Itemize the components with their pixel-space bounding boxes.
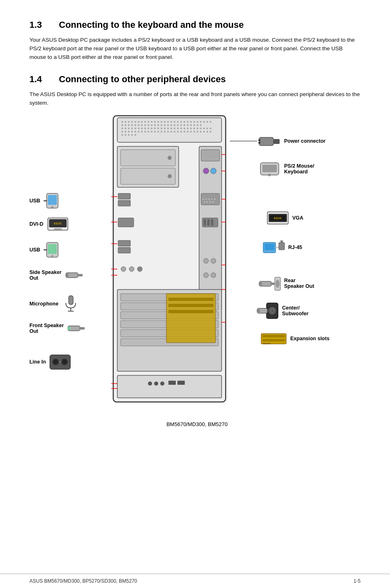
svg-rect-3 [125, 121, 126, 123]
svg-point-239 [67, 327, 71, 330]
dvi-d-icon: ASUS [47, 216, 69, 232]
center-sub-icon [256, 302, 279, 320]
svg-rect-98 [170, 131, 172, 132]
dvi-d-label: DVI-D [29, 221, 43, 227]
ps2-icon [258, 161, 281, 177]
svg-rect-90 [144, 131, 146, 132]
svg-rect-36 [141, 124, 143, 126]
svg-rect-72 [177, 128, 179, 129]
svg-rect-16 [167, 121, 169, 123]
pc-tower-svg [109, 114, 230, 406]
svg-point-227 [52, 255, 53, 257]
svg-rect-44 [167, 124, 169, 126]
svg-rect-224 [54, 228, 62, 230]
usb-mid-label: USB [29, 247, 40, 253]
svg-point-132 [207, 201, 208, 202]
svg-rect-47 [177, 124, 179, 126]
svg-rect-122 [201, 150, 220, 161]
svg-rect-231 [77, 274, 83, 276]
svg-rect-2 [121, 121, 123, 123]
svg-rect-57 [128, 128, 130, 129]
svg-rect-99 [174, 131, 175, 132]
svg-point-203 [259, 282, 262, 285]
svg-rect-104 [190, 131, 192, 132]
footer: ASUS BM5670/MD300, BP5270/SD300, BM5270 … [0, 574, 390, 588]
svg-rect-29 [210, 121, 211, 123]
svg-rect-71 [174, 128, 175, 129]
side-speaker-group: Side Speaker Out [29, 267, 83, 283]
svg-point-243 [54, 360, 58, 364]
svg-point-219 [52, 206, 53, 208]
svg-rect-42 [161, 124, 162, 126]
svg-rect-159 [168, 298, 213, 301]
footer-left: ASUS BM5670/MD300, BP5270/SD300, BM5270 [29, 578, 137, 584]
section-1-3-heading: 1.3 Connecting to the keyboard and the m… [29, 20, 361, 30]
svg-rect-25 [197, 121, 198, 123]
svg-rect-53 [197, 124, 198, 126]
svg-rect-117 [121, 150, 175, 166]
microphone-group: Microphone [29, 295, 80, 313]
svg-rect-142 [118, 240, 130, 246]
svg-rect-167 [177, 381, 185, 385]
svg-rect-23 [190, 121, 192, 123]
svg-rect-58 [131, 128, 133, 129]
svg-rect-11 [151, 121, 152, 123]
svg-rect-10 [148, 121, 149, 123]
svg-rect-18 [174, 121, 175, 123]
power-connector-group: Power connector [258, 134, 325, 148]
svg-rect-1 [117, 118, 222, 142]
center-sub-label: Center/ Subwoofer [282, 305, 309, 316]
svg-rect-185 [258, 142, 260, 144]
svg-point-127 [206, 198, 207, 200]
svg-rect-88 [138, 131, 139, 132]
svg-rect-68 [164, 128, 166, 129]
svg-rect-87 [134, 131, 136, 132]
svg-rect-20 [180, 121, 182, 123]
svg-rect-112 [125, 134, 126, 136]
expansion-label: Expansion slots [290, 336, 329, 341]
line-in-label: Line In [29, 359, 46, 365]
microphone-label: Microphone [29, 301, 58, 307]
svg-rect-214 [262, 335, 285, 337]
svg-rect-28 [206, 121, 208, 123]
rj45-icon [262, 240, 285, 255]
svg-rect-5 [131, 121, 133, 123]
svg-rect-115 [134, 134, 136, 136]
svg-rect-141 [118, 218, 134, 227]
svg-point-124 [211, 168, 216, 174]
svg-rect-102 [184, 131, 185, 132]
svg-rect-139 [118, 193, 130, 199]
svg-point-190 [268, 174, 271, 176]
line-in-icon [49, 353, 72, 371]
svg-point-123 [203, 168, 209, 174]
power-connector-icon [258, 134, 281, 148]
svg-rect-66 [157, 128, 159, 129]
svg-rect-34 [134, 124, 136, 126]
svg-rect-240 [79, 327, 85, 330]
section-1-3-title: Connecting to the keyboard and the mouse [59, 20, 244, 30]
svg-rect-46 [174, 124, 175, 126]
svg-rect-166 [168, 381, 176, 385]
section-1-4-title: Connecting to other peripheral devices [59, 74, 226, 85]
svg-rect-80 [203, 128, 205, 129]
svg-rect-108 [203, 131, 205, 132]
svg-point-145 [129, 267, 134, 272]
rear-speaker-group: Rear Speaker Out [258, 275, 314, 292]
svg-rect-8 [141, 121, 143, 123]
svg-rect-24 [193, 121, 195, 123]
svg-rect-138 [211, 219, 213, 226]
svg-rect-82 [210, 128, 211, 129]
svg-rect-79 [200, 128, 202, 129]
section-1-4-number: 1.4 [29, 74, 46, 85]
svg-rect-110 [210, 131, 211, 132]
svg-rect-12 [154, 121, 156, 123]
svg-point-149 [204, 273, 208, 278]
svg-rect-101 [180, 131, 182, 132]
svg-rect-7 [138, 121, 139, 123]
svg-rect-45 [170, 124, 172, 126]
svg-rect-226 [48, 244, 57, 254]
side-speaker-label: Side Speaker Out [29, 269, 62, 281]
svg-rect-92 [151, 131, 152, 132]
svg-point-150 [211, 273, 216, 278]
svg-rect-38 [148, 124, 149, 126]
